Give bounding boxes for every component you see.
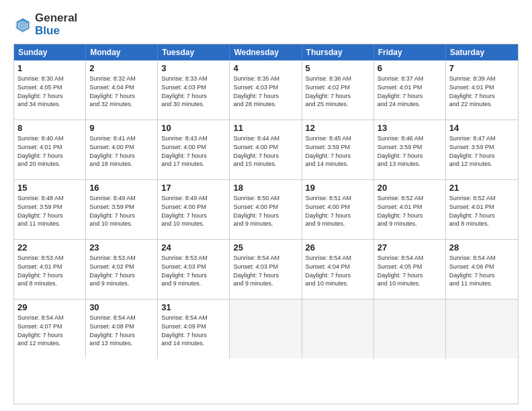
day-number: 11	[233, 123, 298, 133]
weekday-header-friday: Friday	[374, 44, 446, 60]
day-number: 31	[161, 302, 226, 312]
weekday-header-monday: Monday	[86, 44, 158, 60]
logo: General Blue	[13, 12, 77, 37]
cell-info: Sunrise: 8:35 AM Sunset: 4:03 PM Dayligh…	[233, 75, 298, 108]
cell-info: Sunrise: 8:33 AM Sunset: 4:03 PM Dayligh…	[161, 75, 226, 108]
day-number: 19	[306, 183, 370, 193]
cell-info: Sunrise: 8:46 AM Sunset: 3:59 PM Dayligh…	[378, 134, 442, 168]
cal-cell: 24Sunrise: 8:53 AM Sunset: 4:03 PM Dayli…	[158, 240, 230, 299]
cal-cell: 29Sunrise: 8:54 AM Sunset: 4:07 PM Dayli…	[14, 300, 86, 359]
cell-info: Sunrise: 8:39 AM Sunset: 4:01 PM Dayligh…	[449, 75, 515, 108]
cal-week-row: 1Sunrise: 8:30 AM Sunset: 4:05 PM Daylig…	[14, 60, 518, 120]
cal-cell: 9Sunrise: 8:41 AM Sunset: 4:00 PM Daylig…	[86, 120, 158, 179]
cal-cell: 26Sunrise: 8:54 AM Sunset: 4:04 PM Dayli…	[302, 240, 374, 299]
cal-cell: 21Sunrise: 8:52 AM Sunset: 4:01 PM Dayli…	[446, 180, 518, 239]
day-number: 16	[89, 183, 154, 193]
cal-cell: 1Sunrise: 8:30 AM Sunset: 4:05 PM Daylig…	[14, 60, 86, 120]
cell-info: Sunrise: 8:53 AM Sunset: 4:03 PM Dayligh…	[161, 254, 226, 287]
cal-cell	[374, 300, 446, 359]
cal-cell: 11Sunrise: 8:44 AM Sunset: 4:00 PM Dayli…	[230, 120, 302, 179]
cell-info: Sunrise: 8:54 AM Sunset: 4:04 PM Dayligh…	[306, 254, 370, 287]
cal-cell: 3Sunrise: 8:33 AM Sunset: 4:03 PM Daylig…	[158, 60, 230, 120]
day-number: 25	[233, 242, 298, 253]
cal-cell: 16Sunrise: 8:49 AM Sunset: 3:59 PM Dayli…	[86, 180, 158, 239]
cell-info: Sunrise: 8:54 AM Sunset: 4:03 PM Dayligh…	[233, 254, 298, 287]
day-number: 2	[89, 63, 154, 73]
cell-info: Sunrise: 8:53 AM Sunset: 4:01 PM Dayligh…	[17, 254, 82, 287]
day-number: 14	[449, 123, 515, 133]
cal-cell: 10Sunrise: 8:43 AM Sunset: 4:00 PM Dayli…	[158, 120, 230, 179]
cell-info: Sunrise: 8:45 AM Sunset: 3:59 PM Dayligh…	[306, 134, 370, 168]
day-number: 24	[161, 242, 226, 253]
cell-info: Sunrise: 8:51 AM Sunset: 4:00 PM Dayligh…	[306, 194, 370, 228]
calendar-body: 1Sunrise: 8:30 AM Sunset: 4:05 PM Daylig…	[14, 60, 518, 359]
cal-cell: 22Sunrise: 8:53 AM Sunset: 4:01 PM Dayli…	[14, 240, 86, 299]
day-number: 30	[89, 302, 154, 312]
cell-info: Sunrise: 8:48 AM Sunset: 3:59 PM Dayligh…	[17, 194, 82, 228]
cell-info: Sunrise: 8:37 AM Sunset: 4:01 PM Dayligh…	[378, 75, 442, 108]
calendar-header: SundayMondayTuesdayWednesdayThursdayFrid…	[14, 44, 518, 60]
cal-cell: 20Sunrise: 8:52 AM Sunset: 4:01 PM Dayli…	[374, 180, 446, 239]
weekday-header-thursday: Thursday	[302, 44, 374, 60]
weekday-header-tuesday: Tuesday	[158, 44, 230, 60]
weekday-header-sunday: Sunday	[14, 44, 86, 60]
day-number: 17	[161, 183, 226, 193]
cell-info: Sunrise: 8:50 AM Sunset: 4:00 PM Dayligh…	[233, 194, 298, 228]
cal-cell: 12Sunrise: 8:45 AM Sunset: 3:59 PM Dayli…	[302, 120, 374, 179]
day-number: 1	[17, 63, 82, 73]
cal-cell: 31Sunrise: 8:54 AM Sunset: 4:09 PM Dayli…	[158, 300, 230, 359]
logo-icon	[13, 15, 32, 34]
cal-cell: 17Sunrise: 8:49 AM Sunset: 4:00 PM Dayli…	[158, 180, 230, 239]
cal-week-row: 29Sunrise: 8:54 AM Sunset: 4:07 PM Dayli…	[14, 300, 518, 359]
cell-info: Sunrise: 8:30 AM Sunset: 4:05 PM Dayligh…	[17, 75, 82, 108]
weekday-header-saturday: Saturday	[446, 44, 518, 60]
day-number: 13	[378, 123, 442, 133]
cell-info: Sunrise: 8:54 AM Sunset: 4:06 PM Dayligh…	[449, 254, 515, 287]
cell-info: Sunrise: 8:52 AM Sunset: 4:01 PM Dayligh…	[378, 194, 442, 228]
weekday-header-wednesday: Wednesday	[230, 44, 302, 60]
cell-info: Sunrise: 8:36 AM Sunset: 4:02 PM Dayligh…	[306, 75, 370, 108]
day-number: 8	[17, 123, 82, 133]
day-number: 10	[161, 123, 226, 133]
cal-cell: 18Sunrise: 8:50 AM Sunset: 4:00 PM Dayli…	[230, 180, 302, 239]
cell-info: Sunrise: 8:32 AM Sunset: 4:04 PM Dayligh…	[89, 75, 154, 108]
cell-info: Sunrise: 8:52 AM Sunset: 4:01 PM Dayligh…	[449, 194, 515, 228]
cal-cell: 25Sunrise: 8:54 AM Sunset: 4:03 PM Dayli…	[230, 240, 302, 299]
day-number: 6	[378, 63, 442, 73]
day-number: 7	[449, 63, 515, 73]
cell-info: Sunrise: 8:49 AM Sunset: 4:00 PM Dayligh…	[161, 194, 226, 228]
day-number: 3	[161, 63, 226, 73]
cell-info: Sunrise: 8:47 AM Sunset: 3:59 PM Dayligh…	[449, 134, 515, 168]
cal-cell: 8Sunrise: 8:40 AM Sunset: 4:01 PM Daylig…	[14, 120, 86, 179]
cell-info: Sunrise: 8:41 AM Sunset: 4:00 PM Dayligh…	[89, 134, 154, 168]
logo-text: General Blue	[35, 12, 77, 37]
day-number: 28	[449, 242, 515, 253]
cal-cell: 4Sunrise: 8:35 AM Sunset: 4:03 PM Daylig…	[230, 60, 302, 120]
cal-cell: 5Sunrise: 8:36 AM Sunset: 4:02 PM Daylig…	[302, 60, 374, 120]
cal-cell	[446, 300, 518, 359]
day-number: 20	[378, 183, 442, 193]
cell-info: Sunrise: 8:54 AM Sunset: 4:05 PM Dayligh…	[378, 254, 442, 287]
day-number: 23	[89, 242, 154, 253]
day-number: 12	[306, 123, 370, 133]
day-number: 9	[89, 123, 154, 133]
cal-week-row: 22Sunrise: 8:53 AM Sunset: 4:01 PM Dayli…	[14, 240, 518, 300]
cell-info: Sunrise: 8:49 AM Sunset: 3:59 PM Dayligh…	[89, 194, 154, 228]
calendar: SundayMondayTuesdayWednesdayThursdayFrid…	[13, 44, 519, 404]
day-number: 22	[17, 242, 82, 253]
cal-cell: 15Sunrise: 8:48 AM Sunset: 3:59 PM Dayli…	[14, 180, 86, 239]
cal-week-row: 8Sunrise: 8:40 AM Sunset: 4:01 PM Daylig…	[14, 120, 518, 180]
cal-cell: 2Sunrise: 8:32 AM Sunset: 4:04 PM Daylig…	[86, 60, 158, 120]
cell-info: Sunrise: 8:44 AM Sunset: 4:00 PM Dayligh…	[233, 134, 298, 168]
cal-cell: 27Sunrise: 8:54 AM Sunset: 4:05 PM Dayli…	[374, 240, 446, 299]
cal-cell: 6Sunrise: 8:37 AM Sunset: 4:01 PM Daylig…	[374, 60, 446, 120]
header: General Blue	[13, 12, 519, 37]
cell-info: Sunrise: 8:43 AM Sunset: 4:00 PM Dayligh…	[161, 134, 226, 168]
cal-week-row: 15Sunrise: 8:48 AM Sunset: 3:59 PM Dayli…	[14, 180, 518, 240]
cal-cell: 7Sunrise: 8:39 AM Sunset: 4:01 PM Daylig…	[446, 60, 518, 120]
day-number: 21	[449, 183, 515, 193]
cal-cell: 30Sunrise: 8:54 AM Sunset: 4:08 PM Dayli…	[86, 300, 158, 359]
cal-cell	[302, 300, 374, 359]
day-number: 4	[233, 63, 298, 73]
day-number: 5	[306, 63, 370, 73]
